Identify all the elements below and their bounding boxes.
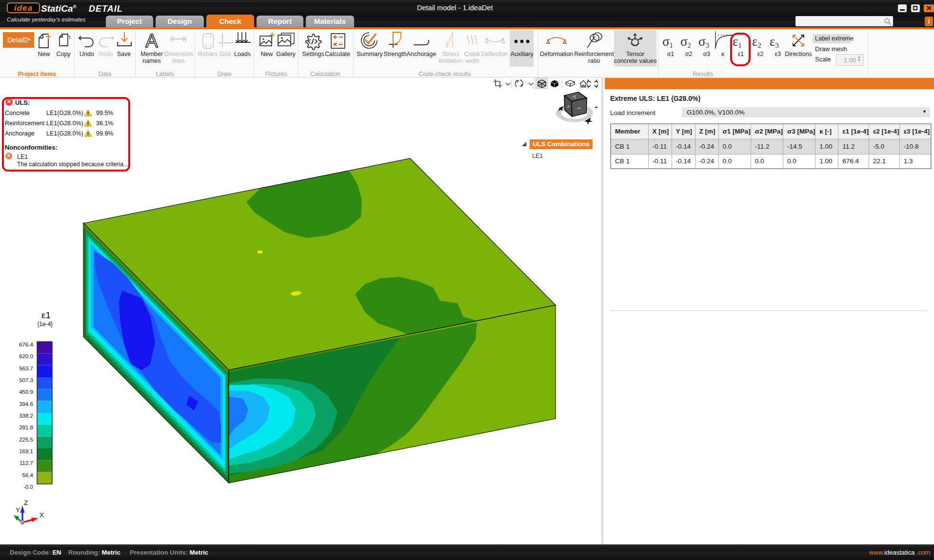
svg-text:-X: -X [566, 105, 570, 108]
svg-text:+Y: +Y [577, 107, 581, 110]
svg-text:A: A [145, 32, 158, 50]
svg-text:X: X [40, 511, 44, 519]
svg-text:Z: Z [24, 499, 28, 506]
svg-text:+Z: +Z [572, 95, 576, 98]
svg-text:idea: idea [14, 3, 33, 13]
svg-text:Y: Y [16, 506, 20, 514]
